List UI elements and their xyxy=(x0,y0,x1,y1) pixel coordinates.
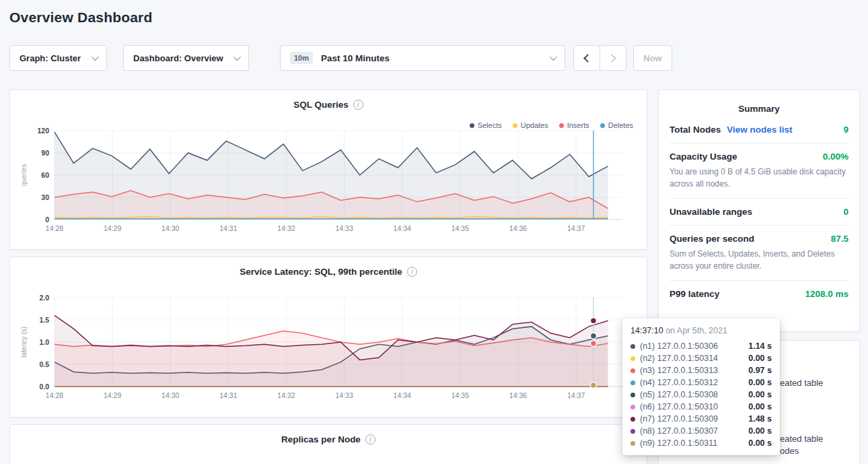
series-color-dot xyxy=(630,368,635,373)
svg-text:0.0: 0.0 xyxy=(39,383,49,391)
graph-dropdown-label: Graph: Cluster xyxy=(20,53,81,63)
summary-rows: Total Nodes View nodes list 9 Capacity U… xyxy=(659,117,859,311)
summary-panel: Summary Total Nodes View nodes list 9 Ca… xyxy=(658,90,860,332)
view-nodes-list-link[interactable]: View nodes list xyxy=(727,125,792,135)
summary-value: 0.00% xyxy=(823,152,848,162)
info-icon[interactable]: i xyxy=(407,267,417,277)
graph-dropdown[interactable]: Graph: Cluster xyxy=(9,45,107,71)
time-forward-button[interactable] xyxy=(600,45,626,71)
svg-text:14:30: 14:30 xyxy=(161,391,179,399)
dashboard-dropdown-label: Dashboard: Overview xyxy=(133,53,223,63)
svg-text:14:34: 14:34 xyxy=(394,391,411,399)
svg-text:0.5: 0.5 xyxy=(39,360,49,368)
chevron-down-icon xyxy=(92,53,99,61)
svg-text:queries: queries xyxy=(20,164,28,187)
dashboard-dropdown[interactable]: Dashboard: Overview xyxy=(123,45,249,71)
tooltip-series-value: 0.00 s xyxy=(748,438,772,448)
time-back-button[interactable] xyxy=(573,45,600,71)
svg-text:60: 60 xyxy=(41,171,49,179)
series-color-dot xyxy=(630,393,635,397)
tooltip-series-value: 0.00 s xyxy=(748,354,772,363)
tooltip-series-row: (n1) 127.0.0.1:503061.14 s xyxy=(630,340,772,352)
info-icon[interactable]: i xyxy=(365,434,375,444)
tooltip-series-label: (n7) 127.0.0.1:50309 xyxy=(640,414,718,424)
tooltip-series-label: (n9) 127.0.0.1:50311 xyxy=(640,438,717,448)
summary-row-capacity-usage: Capacity Usage 0.00% You are using 0 B o… xyxy=(670,143,848,198)
tooltip-series-label: (n2) 127.0.0.1:50314 xyxy=(640,354,718,363)
svg-text:14:35: 14:35 xyxy=(451,224,469,232)
chevron-left-icon xyxy=(583,54,592,63)
svg-text:14:37: 14:37 xyxy=(567,391,585,399)
svg-text:14:32: 14:32 xyxy=(277,391,295,399)
page-title: Overview Dashboard xyxy=(9,9,153,26)
series-color-dot xyxy=(630,356,635,361)
tooltip-series-label: (n8) 127.0.0.1:50307 xyxy=(640,426,718,436)
svg-text:14:33: 14:33 xyxy=(335,224,353,232)
chart-header: Replicas per Node i xyxy=(10,425,647,444)
now-button[interactable]: Now xyxy=(633,45,672,71)
series-color-dot xyxy=(630,380,635,385)
series-color-dot xyxy=(630,441,635,446)
summary-title: Summary xyxy=(659,90,859,117)
tooltip-series-value: 0.00 s xyxy=(748,390,772,399)
time-range-badge: 10m xyxy=(290,52,313,64)
tooltip-series-row: (n8) 127.0.0.1:503070.00 s xyxy=(630,425,772,437)
summary-label: Queries per second xyxy=(670,234,754,244)
tooltip-series-value: 1.14 s xyxy=(748,341,772,351)
svg-text:14:36: 14:36 xyxy=(509,391,527,399)
summary-subtext: You are using 0 B of 4.5 GiB usable disk… xyxy=(670,166,848,190)
series-color-dot xyxy=(630,405,635,409)
tooltip-series-row: (n9) 127.0.0.1:503110.00 s xyxy=(630,437,772,449)
tooltip-series-row: (n4) 127.0.0.1:503120.00 s xyxy=(630,376,772,389)
tooltip-series-row: (n7) 127.0.0.1:503091.48 s xyxy=(630,413,772,425)
chart-title: Replicas per Node xyxy=(281,434,361,444)
svg-text:14:30: 14:30 xyxy=(161,224,179,232)
summary-value: 87.5 xyxy=(831,234,848,244)
chevron-down-icon xyxy=(233,53,241,61)
info-icon[interactable]: i xyxy=(353,100,363,110)
svg-text:90: 90 xyxy=(41,149,49,157)
tooltip-series-label: (n4) 127.0.0.1:50312 xyxy=(640,378,718,387)
svg-text:latency (s): latency (s) xyxy=(20,327,28,358)
summary-subtext: Sum of Selects, Updates, Inserts, and De… xyxy=(670,248,848,272)
svg-text:1.5: 1.5 xyxy=(39,316,49,324)
chart-title: SQL Queries xyxy=(293,100,349,110)
tooltip-series-row: (n5) 127.0.0.1:503080.00 s xyxy=(630,389,772,401)
svg-text:14:29: 14:29 xyxy=(104,224,121,232)
tooltip-series-label: (n3) 127.0.0.1:50313 xyxy=(640,366,718,375)
summary-row-unavailable-ranges: Unavailable ranges 0 xyxy=(670,198,848,225)
summary-row-total-nodes: Total Nodes View nodes list 9 xyxy=(670,117,848,143)
summary-label: Unavailable ranges xyxy=(670,207,752,217)
svg-text:14:35: 14:35 xyxy=(451,391,469,399)
svg-text:14:29: 14:29 xyxy=(104,391,121,399)
sql-queries-chart[interactable]: queries030609012014:2814:2914:3014:3114:… xyxy=(17,124,636,237)
summary-value: 0 xyxy=(843,207,848,217)
summary-row-p99-latency: P99 latency 1208.0 ms xyxy=(670,280,848,307)
tooltip-series-value: 1.48 s xyxy=(748,414,772,424)
event-row-fragment: eated table xyxy=(780,378,823,388)
sql-queries-card: SQL Queries i SelectsUpdatesInsertsDelet… xyxy=(9,90,647,250)
svg-text:14:37: 14:37 xyxy=(567,224,585,232)
event-row-fragment: odes xyxy=(780,446,799,456)
svg-text:14:36: 14:36 xyxy=(509,224,527,232)
tooltip-series-label: (n5) 127.0.0.1:50308 xyxy=(640,390,718,399)
summary-label: Capacity Usage xyxy=(670,152,737,162)
toolbar: Graph: Cluster Dashboard: Overview 10m P… xyxy=(9,45,672,71)
event-row-fragment: eated table xyxy=(780,434,823,444)
tooltip-series-label: (n6) 127.0.0.1:50310 xyxy=(640,402,718,411)
chart-header: SQL Queries i xyxy=(10,90,647,110)
tooltip-header: 14:37:10 on Apr 5th, 2021 xyxy=(630,326,772,335)
svg-text:30: 30 xyxy=(41,193,49,201)
svg-text:14:34: 14:34 xyxy=(394,224,411,232)
summary-label: Total Nodes xyxy=(670,125,721,135)
time-range-picker[interactable]: 10m Past 10 Minutes xyxy=(280,45,565,71)
chevron-down-icon xyxy=(550,53,557,61)
svg-text:1.0: 1.0 xyxy=(39,338,49,346)
service-latency-card: Service Latency: SQL, 99th percentile i … xyxy=(9,257,647,418)
svg-text:14:31: 14:31 xyxy=(219,391,237,399)
svg-text:14:33: 14:33 xyxy=(335,391,353,399)
series-color-dot xyxy=(630,429,635,434)
service-latency-chart[interactable]: latency (s)0.00.51.01.52.014:2814:2914:3… xyxy=(17,291,636,404)
tooltip-series-row: (n2) 127.0.0.1:503140.00 s xyxy=(630,352,772,364)
chart-title: Service Latency: SQL, 99th percentile xyxy=(240,267,402,277)
